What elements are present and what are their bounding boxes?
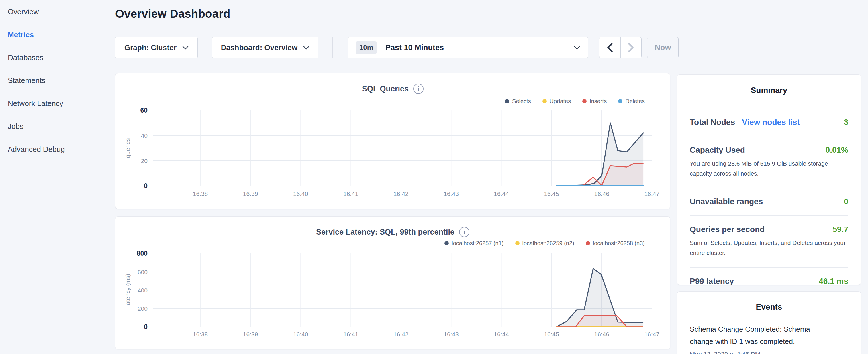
- graph-scope-dropdown-label: Graph: Cluster: [124, 43, 177, 52]
- svg-text:16:44: 16:44: [494, 190, 509, 197]
- summary-row-queries-per-second: Queries per second 59.7 Sum of Selects, …: [690, 215, 848, 267]
- svg-text:16:42: 16:42: [394, 331, 409, 337]
- dashboard-dropdown[interactable]: Dashboard: Overview: [212, 37, 318, 58]
- summary-row-p99-latency: P99 latency 46.1 ms: [690, 267, 848, 285]
- event-item-timestamp: May 13, 2020 at 4:45 PM: [690, 351, 848, 354]
- time-back-button[interactable]: [599, 37, 620, 58]
- page-title: Overview Dashboard: [115, 7, 230, 20]
- svg-text:16:46: 16:46: [594, 331, 610, 337]
- summary-row-unavailable-ranges: Unavailable ranges 0: [690, 188, 848, 215]
- svg-text:20: 20: [141, 158, 148, 164]
- time-range-badge: 10m: [355, 41, 377, 54]
- chevron-right-icon: [628, 43, 634, 53]
- view-nodes-list-link[interactable]: View nodes list: [742, 118, 800, 127]
- time-forward-button[interactable]: [620, 37, 642, 58]
- svg-text:16:43: 16:43: [443, 190, 459, 197]
- sidebar-item-databases[interactable]: Databases: [0, 46, 115, 69]
- graph-scope-dropdown[interactable]: Graph: Cluster: [115, 37, 198, 58]
- queries-per-second-description: Sum of Selects, Updates, Inserts, and De…: [690, 238, 848, 258]
- svg-text:16:38: 16:38: [193, 331, 208, 337]
- svg-text:16:46: 16:46: [594, 190, 610, 197]
- now-button[interactable]: Now: [647, 37, 679, 58]
- svg-text:400: 400: [137, 287, 148, 294]
- svg-text:16:47: 16:47: [645, 190, 660, 197]
- svg-text:latency (ms): latency (ms): [124, 274, 131, 307]
- summary-row-total-nodes: Total Nodes View nodes list 3: [690, 108, 848, 136]
- sidebar-item-statements[interactable]: Statements: [0, 69, 115, 92]
- svg-text:16:40: 16:40: [293, 331, 308, 337]
- sql-queries-chart-panel: SQL Queries i Selects Updates Inserts De…: [115, 73, 670, 209]
- svg-text:200: 200: [137, 305, 148, 312]
- summary-row-capacity-used: Capacity Used 0.01% You are using 28.6 M…: [690, 136, 848, 188]
- svg-text:queries: queries: [124, 138, 131, 158]
- svg-text:16:45: 16:45: [544, 190, 559, 197]
- unavailable-ranges-value: 0: [844, 197, 848, 206]
- sidebar-item-network-latency[interactable]: Network Latency: [0, 92, 115, 115]
- time-range-selector[interactable]: 10m Past 10 Minutes: [348, 37, 588, 58]
- chevron-down-icon: [182, 46, 189, 50]
- capacity-used-value: 0.01%: [826, 146, 848, 155]
- svg-text:16:47: 16:47: [645, 331, 660, 337]
- time-range-label: Past 10 Minutes: [385, 43, 444, 52]
- svg-text:16:41: 16:41: [343, 190, 359, 197]
- svg-text:16:38: 16:38: [193, 190, 208, 197]
- chevron-down-icon: [574, 45, 580, 50]
- svg-text:16:44: 16:44: [494, 331, 509, 337]
- sidebar: Overview Metrics Databases Statements Ne…: [0, 0, 115, 354]
- svg-text:16:45: 16:45: [544, 331, 559, 337]
- queries-per-second-value: 59.7: [833, 225, 848, 234]
- sidebar-item-advanced-debug[interactable]: Advanced Debug: [0, 138, 115, 161]
- svg-text:16:43: 16:43: [443, 331, 459, 337]
- svg-text:0: 0: [144, 182, 148, 190]
- time-step-buttons: [599, 37, 642, 58]
- right-sidebar: Summary Total Nodes View nodes list 3 Ca…: [677, 74, 861, 354]
- svg-text:16:42: 16:42: [394, 190, 409, 197]
- svg-text:16:40: 16:40: [293, 190, 308, 197]
- total-nodes-value: 3: [844, 118, 848, 127]
- svg-text:800: 800: [137, 250, 148, 257]
- chevron-down-icon: [303, 46, 309, 50]
- svg-text:16:39: 16:39: [243, 331, 258, 337]
- dashboard-dropdown-label: Dashboard: Overview: [221, 43, 298, 52]
- events-title: Events: [690, 292, 848, 312]
- p99-latency-value: 46.1 ms: [819, 277, 848, 285]
- chevron-left-icon: [607, 43, 613, 53]
- sidebar-item-overview[interactable]: Overview: [0, 0, 115, 23]
- capacity-used-description: You are using 28.6 MiB of 515.9 GiB usab…: [690, 159, 848, 179]
- toolbar: Graph: Cluster Dashboard: Overview 10m P…: [115, 37, 679, 58]
- service-latency-chart-panel: Service Latency: SQL, 99th percentile i …: [115, 216, 670, 349]
- event-item-text: Schema Change Completed: Schema change w…: [690, 323, 816, 348]
- svg-text:16:39: 16:39: [243, 190, 258, 197]
- sidebar-item-jobs[interactable]: Jobs: [0, 115, 115, 138]
- summary-title: Summary: [690, 75, 848, 95]
- service-latency-plot[interactable]: 16:3816:3916:4016:4116:4216:4316:4416:45…: [116, 217, 671, 350]
- svg-text:600: 600: [137, 269, 148, 275]
- svg-text:60: 60: [140, 106, 148, 114]
- summary-panel: Summary Total Nodes View nodes list 3 Ca…: [677, 74, 861, 285]
- svg-text:40: 40: [141, 132, 148, 139]
- svg-text:0: 0: [144, 323, 148, 330]
- events-panel: Events Schema Change Completed: Schema c…: [677, 291, 861, 354]
- toolbar-divider: [333, 37, 333, 58]
- svg-text:16:41: 16:41: [343, 331, 359, 337]
- sql-queries-plot[interactable]: 16:3816:3916:4016:4116:4216:4316:4416:45…: [116, 73, 671, 210]
- sidebar-item-metrics[interactable]: Metrics: [0, 23, 115, 46]
